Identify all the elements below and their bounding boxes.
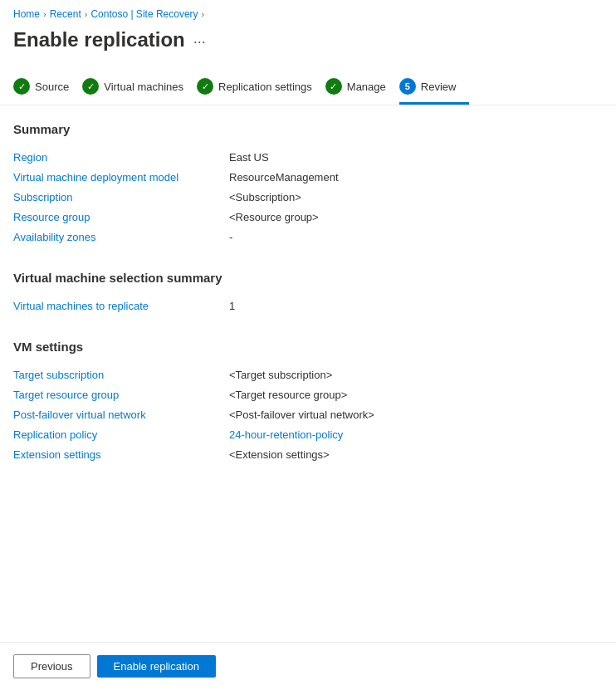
vm-settings-title: VM settings [13,340,603,354]
vm-settings-label-extension[interactable]: Extension settings [13,448,229,461]
summary-label-subscription[interactable]: Subscription [13,191,229,203]
step-source-check: ✓ [13,78,30,95]
vm-settings-row-extension: Extension settings <Extension settings> [13,445,603,465]
summary-label-availability[interactable]: Availability zones [13,231,229,243]
step-manage-label: Manage [347,81,386,93]
summary-label-deployment[interactable]: Virtual machine deployment model [13,171,229,184]
summary-row-resource-group: Resource group <Resource group> [13,208,603,228]
vm-settings-value-target-rg: <Target resource group> [229,389,347,401]
summary-section: Summary Region East US Virtual machine d… [13,122,603,247]
vm-settings-label-policy[interactable]: Replication policy [13,428,229,441]
summary-value-region: East US [229,151,269,164]
step-review-num: 5 [399,78,416,95]
vm-selection-label[interactable]: Virtual machines to replicate [13,300,229,312]
summary-value-resource-group: <Resource group> [229,211,319,223]
wizard-steps: ✓ Source ✓ Virtual machines ✓ Replicatio… [0,65,616,105]
summary-row-availability: Availability zones - [13,228,603,247]
vm-selection-title: Virtual machine selection summary [13,271,603,285]
vm-selection-value: 1 [229,300,235,312]
summary-label-region[interactable]: Region [13,151,229,164]
vm-settings-row-vnet: Post-failover virtual network <Post-fail… [13,405,603,425]
summary-row-deployment: Virtual machine deployment model Resourc… [13,168,603,188]
vm-settings-label-target-rg[interactable]: Target resource group [13,389,229,401]
step-vm-label: Virtual machines [104,81,183,93]
summary-title: Summary [13,122,603,136]
step-repl-label: Replication settings [218,81,312,93]
previous-button[interactable]: Previous [13,654,90,678]
vm-settings-value-vnet: <Post-failover virtual network> [229,409,374,421]
summary-label-resource-group[interactable]: Resource group [13,211,229,223]
content: Summary Region East US Virtual machine d… [0,105,616,505]
breadcrumb-sep-1: › [43,9,46,19]
vm-selection-section: Virtual machine selection summary Virtua… [13,271,603,316]
step-manage-check: ✓ [325,78,342,95]
page-title: Enable replication [13,28,185,51]
summary-value-deployment: ResourceManagement [229,171,339,184]
step-vm-check: ✓ [82,78,99,95]
step-repl-check: ✓ [197,78,213,95]
summary-row-region: Region East US [13,148,603,168]
page-header: Enable replication ··· [0,25,616,65]
vm-selection-row: Virtual machines to replicate 1 [13,296,603,316]
breadcrumb-contoso[interactable]: Contoso | Site Recovery [90,8,198,20]
vm-settings-label-target-sub[interactable]: Target subscription [13,369,229,381]
vm-settings-value-extension: <Extension settings> [229,448,330,461]
vm-settings-value-policy: 24-hour-retention-policy [229,428,343,441]
breadcrumb-home[interactable]: Home [13,8,40,20]
breadcrumb-sep-3: › [202,9,205,19]
footer: Previous Enable replication [0,642,616,690]
replication-policy-link[interactable]: 24-hour-retention-policy [229,428,343,441]
vm-settings-section: VM settings Target subscription <Target … [13,340,603,465]
vm-settings-row-target-rg: Target resource group <Target resource g… [13,385,603,405]
step-replication-settings[interactable]: ✓ Replication settings [197,71,325,105]
enable-replication-button[interactable]: Enable replication [97,655,216,678]
step-manage[interactable]: ✓ Manage [325,71,399,105]
vm-settings-value-target-sub: <Target subscription> [229,369,332,381]
breadcrumb: Home › Recent › Contoso | Site Recovery … [0,0,616,25]
step-review-label: Review [421,81,457,93]
vm-settings-label-vnet[interactable]: Post-failover virtual network [13,409,229,421]
step-source-label: Source [35,81,69,93]
vm-settings-row-policy: Replication policy 24-hour-retention-pol… [13,425,603,445]
summary-row-subscription: Subscription <Subscription> [13,188,603,208]
step-review[interactable]: 5 Review [399,71,470,105]
breadcrumb-sep-2: › [85,9,88,19]
vm-settings-row-target-sub: Target subscription <Target subscription… [13,365,603,385]
breadcrumb-recent[interactable]: Recent [50,8,81,20]
summary-value-subscription: <Subscription> [229,191,301,203]
summary-value-availability: - [229,231,232,243]
step-virtual-machines[interactable]: ✓ Virtual machines [82,71,197,105]
step-source[interactable]: ✓ Source [13,71,82,105]
ellipsis-icon[interactable]: ··· [193,33,206,51]
